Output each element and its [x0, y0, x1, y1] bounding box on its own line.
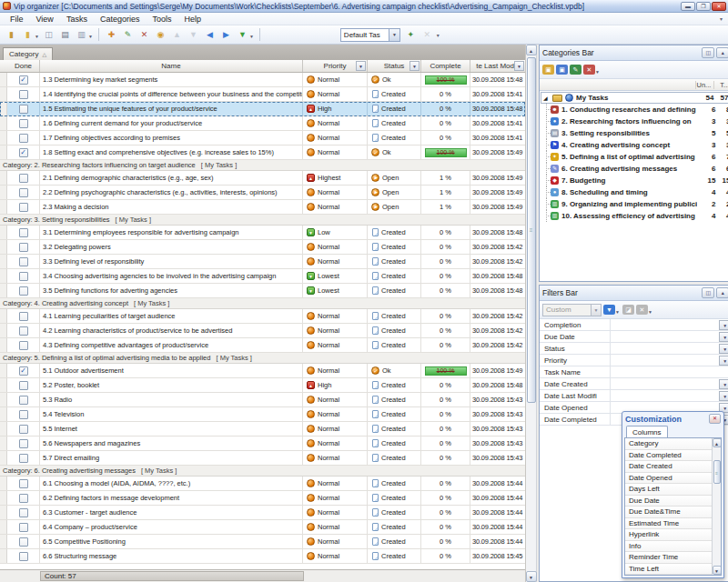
column-list-item[interactable]: Date Completed: [625, 450, 712, 462]
filter-preset-combobox[interactable]: Custom ▼: [542, 304, 602, 316]
table-row[interactable]: 5.3 Radio Normal Created 0 % 30.09.2008 …: [0, 393, 525, 407]
table-row[interactable]: 6.1 Choosing a model (AIDA, AIDMA, ????,…: [0, 477, 525, 491]
menu-item[interactable]: View: [30, 15, 60, 24]
filter-tool-button[interactable]: ◪: [622, 305, 634, 315]
filter-dropdown-icon[interactable]: ▼: [719, 332, 728, 342]
column-list-item[interactable]: Time Left: [625, 564, 712, 576]
filter-dropdown-icon[interactable]: ▼: [719, 379, 728, 389]
combobox-dropdown-icon[interactable]: ▼: [591, 305, 601, 316]
done-checkbox[interactable]: [19, 396, 28, 405]
pin-panel-icon[interactable]: ◫: [702, 47, 714, 58]
combobox-dropdown-icon[interactable]: ▼: [389, 29, 399, 41]
group-by-category-tab[interactable]: Category △: [3, 47, 53, 60]
toolbar-button[interactable]: ▤: [57, 27, 73, 42]
done-checkbox[interactable]: [19, 381, 28, 390]
toolbar-button[interactable]: ◫: [41, 27, 56, 42]
toolbar-button[interactable]: ✎: [120, 27, 136, 42]
column-list-item[interactable]: Date Created: [625, 461, 712, 473]
toolbar-button[interactable]: ▼: [186, 27, 201, 42]
category-tool-button[interactable]: ▣: [542, 65, 554, 75]
table-row[interactable]: 5.5 Internet Normal Created 0 % 30.09.20…: [0, 422, 525, 436]
done-checkbox[interactable]: [19, 312, 28, 321]
menu-overflow-icon[interactable]: ▾: [720, 15, 724, 22]
customization-titlebar[interactable]: Customization ✕: [622, 412, 723, 426]
column-list-item[interactable]: Estimated Time: [625, 518, 712, 530]
tree-item-category[interactable]: ◆ 7. Budgeting 15 15: [540, 175, 728, 186]
table-row[interactable]: 6.6 Structuring message Normal Created 0…: [0, 549, 525, 564]
table-row[interactable]: 6.3 Customer - target audience Normal Cr…: [0, 506, 525, 520]
column-list-item[interactable]: Hyperlink: [625, 529, 712, 541]
table-row[interactable]: 2.3 Making a decision Normal Open 1 % 30…: [0, 200, 525, 215]
scroll-up-icon[interactable]: ▲: [526, 45, 537, 55]
toolbar-overflow-icon[interactable]: ▼: [648, 309, 652, 315]
toolbar-button[interactable]: ◉: [153, 27, 168, 42]
tree-item-category[interactable]: ● 2. Researching factors influencing on …: [540, 115, 728, 127]
table-row[interactable]: 4.2 Learning characteristics of product/…: [0, 324, 525, 338]
collapse-panel-icon[interactable]: ▴: [716, 47, 728, 58]
column-list-item[interactable]: Info: [625, 541, 712, 553]
toolbar-button[interactable]: ✕: [420, 27, 435, 42]
tree-item-category[interactable]: ✎ 6. Creating advertising messages 6 6: [540, 163, 728, 175]
minimize-button[interactable]: ▬: [681, 2, 695, 11]
done-checkbox[interactable]: [19, 174, 28, 183]
task-filter-combobox[interactable]: Default Tas ▼: [340, 28, 400, 42]
column-list-item[interactable]: Category: [625, 438, 712, 450]
menu-item[interactable]: Tools: [146, 15, 177, 24]
table-row[interactable]: 3.1 Determining employees responsible fo…: [0, 226, 525, 240]
done-checkbox[interactable]: [19, 90, 28, 99]
column-header-date-modified[interactable]: te Last Modifi▼: [470, 60, 525, 72]
done-checkbox[interactable]: [19, 105, 28, 114]
tree-item-category[interactable]: ▥ 10. Assessing efficiency of advertisin…: [540, 210, 728, 222]
done-checkbox[interactable]: [19, 341, 28, 350]
done-checkbox[interactable]: [19, 410, 28, 419]
toolbar-overflow-icon[interactable]: ▼: [595, 69, 600, 75]
filter-row[interactable]: Task Name: [540, 366, 728, 378]
dropdown-arrow-icon[interactable]: ▼: [88, 34, 93, 39]
done-checkbox[interactable]: [19, 537, 28, 547]
toolbar-button[interactable]: ▥: [74, 27, 89, 42]
scroll-up-icon[interactable]: ▲: [713, 438, 722, 447]
column-list-item[interactable]: Reminder Time: [625, 552, 712, 564]
done-checkbox[interactable]: [19, 243, 28, 252]
done-checkbox[interactable]: ✓: [19, 75, 28, 85]
column-list-item[interactable]: Days Left: [625, 484, 712, 496]
toolbar-button[interactable]: ▼: [235, 27, 250, 42]
done-checkbox[interactable]: [19, 228, 28, 237]
scroll-down-icon[interactable]: ▼: [713, 566, 722, 575]
filter-dropdown-icon[interactable]: ▼: [719, 356, 728, 366]
table-row[interactable]: 1.4 Identifying the crucial points of di…: [0, 87, 525, 102]
table-row[interactable]: 5.2 Poster, booklet High Created 0 % 30.…: [0, 378, 525, 393]
column-header-uncompleted[interactable]: Un...: [695, 81, 713, 89]
scrollbar-thumb[interactable]: ≡: [527, 57, 536, 403]
expander-icon[interactable]: ◢: [543, 95, 550, 101]
table-row[interactable]: Category: 5. Defining a list of optimal …: [0, 353, 525, 364]
column-header-done[interactable]: Done: [7, 60, 40, 72]
dropdown-arrow-icon[interactable]: ▼: [249, 34, 254, 39]
table-row[interactable]: 3.5 Defining functions for adverting age…: [0, 284, 525, 298]
grid-vertical-scrollbar[interactable]: ▲ ≡ ▼: [526, 45, 537, 582]
toolbar-button[interactable]: ◀: [202, 27, 217, 42]
status-filter-icon[interactable]: ▼: [410, 61, 420, 71]
done-checkbox[interactable]: [19, 326, 28, 336]
tree-item-category[interactable]: ✦ 5. Defining a list of optimal advertis…: [540, 151, 728, 163]
column-header-status[interactable]: Status▼: [368, 60, 421, 72]
done-checkbox[interactable]: [19, 257, 28, 266]
column-header-name[interactable]: Name: [40, 60, 303, 72]
menu-item[interactable]: Tasks: [60, 15, 94, 24]
toolbar-button[interactable]: ▮: [4, 27, 19, 42]
column-list-item[interactable]: Due Date&Time: [625, 507, 712, 518]
tab-columns[interactable]: Columns: [626, 426, 668, 437]
menu-item[interactable]: Categories: [94, 15, 147, 24]
table-row[interactable]: 6.5 Competitive Positioning Normal Creat…: [0, 535, 525, 549]
column-header-total[interactable]: T...: [713, 81, 728, 89]
scroll-down-icon[interactable]: ▼: [526, 571, 537, 582]
done-checkbox[interactable]: [19, 523, 28, 532]
tree-item-category[interactable]: ☻ 1. Conducting researches and defining …: [540, 104, 728, 115]
tree-item-category[interactable]: ▥ 9. Organizing and implementing publici…: [540, 198, 728, 210]
toolbar-button[interactable]: ✦: [403, 27, 419, 42]
table-row[interactable]: 6.4 Company – product/service Normal Cre…: [0, 520, 525, 535]
dropdown-arrow-icon[interactable]: ▼: [615, 309, 620, 315]
table-row[interactable]: 4.1 Learning peculiarities of target aud…: [0, 309, 525, 324]
filter-row[interactable]: Date Last Modifi ▼: [540, 390, 728, 402]
filter-tool-button[interactable]: ▼: [603, 305, 615, 315]
